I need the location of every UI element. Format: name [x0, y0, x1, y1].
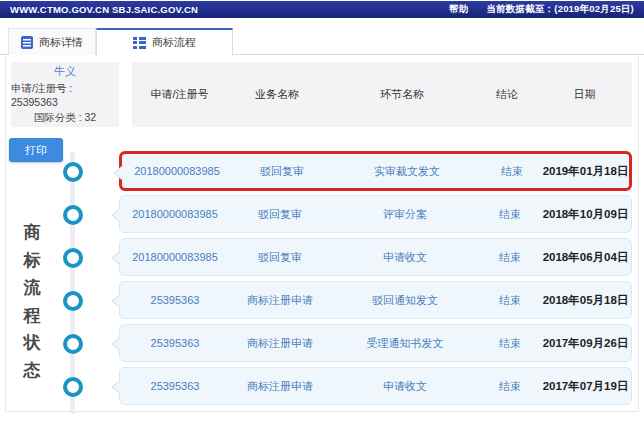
tab-bar: 商标详情 商标流程	[0, 28, 644, 55]
cell-date: 2017年09月26日	[540, 336, 631, 351]
timeline-row: 25395363 商标注册申请 受理通知书发文 结束 2017年09月26日	[6, 322, 640, 365]
cell-date: 2018年05月18日	[540, 293, 631, 308]
cell-registration-number: 25395363	[120, 337, 230, 349]
data-cutoff-label: 当前数据截至：(2019年02月25日)	[486, 3, 634, 16]
timeline-node-icon	[63, 205, 83, 225]
process-record-row[interactable]: 25395363 商标注册申请 申请收文 结束 2017年07月19日	[119, 367, 632, 405]
cell-step-name: 受理通知书发文	[330, 336, 480, 351]
cell-conclusion: 结束	[480, 293, 540, 308]
document-icon	[21, 36, 33, 49]
cell-step-name: 实审裁文发文	[332, 164, 482, 179]
cell-step-name: 评审分案	[330, 207, 480, 222]
timeline-rows: 20180000083985 驳回复审 实审裁文发文 结束 2019年01月18…	[6, 150, 640, 408]
applicant-name: 牛义	[54, 64, 76, 79]
column-header: 环节名称	[327, 87, 477, 102]
timeline-node-icon	[63, 377, 83, 397]
cell-business-name: 商标注册申请	[230, 379, 330, 394]
process-record-row[interactable]: 20180000083985 驳回复审 评审分案 结束 2018年10月09日	[119, 195, 632, 233]
cell-date: 2018年10月09日	[540, 207, 631, 222]
cell-registration-number: 20180000083985	[120, 251, 230, 263]
international-class-label: 国际分类 : 32	[34, 111, 96, 125]
page: WWW.CTMO.GOV.CN SBJ.SAIC.GOV.CN 帮助 当前数据截…	[0, 0, 644, 434]
timeline-node-icon	[63, 162, 83, 182]
tab-trademark-details[interactable]: 商标详情	[8, 28, 96, 55]
site-urls: WWW.CTMO.GOV.CN SBJ.SAIC.GOV.CN	[10, 4, 198, 15]
content-panel: 牛义 申请/注册号 : 25395363 国际分类 : 32 申请/注册号业务名…	[5, 56, 639, 412]
cell-business-name: 驳回复审	[232, 164, 332, 179]
column-header: 业务名称	[227, 87, 327, 102]
cell-step-name: 申请收文	[330, 250, 480, 265]
cell-registration-number: 20180000083985	[122, 165, 232, 177]
cell-date: 2018年06月04日	[540, 250, 631, 265]
table-header: 申请/注册号业务名称环节名称结论日期	[132, 62, 632, 127]
cell-registration-number: 20180000083985	[120, 208, 230, 220]
process-record-row[interactable]: 20180000083985 驳回复审 申请收文 结束 2018年06月04日	[119, 238, 632, 276]
cell-step-name: 申请收文	[330, 379, 480, 394]
timeline-row: 20180000083985 驳回复审 实审裁文发文 结束 2019年01月18…	[6, 150, 640, 193]
timeline-row: 20180000083985 驳回复审 申请收文 结束 2018年06月04日	[6, 236, 640, 279]
timeline-row: 25395363 商标注册申请 申请收文 结束 2017年07月19日	[6, 365, 640, 408]
timeline-node-icon	[63, 334, 83, 354]
cell-conclusion: 结束	[480, 379, 540, 394]
help-link[interactable]: 帮助	[449, 3, 468, 16]
top-bar: WWW.CTMO.GOV.CN SBJ.SAIC.GOV.CN 帮助 当前数据截…	[0, 1, 644, 18]
cell-step-name: 驳回通知发文	[330, 293, 480, 308]
cell-business-name: 驳回复审	[230, 250, 330, 265]
cell-conclusion: 结束	[480, 250, 540, 265]
column-header: 日期	[537, 87, 632, 102]
cell-date: 2019年01月18日	[542, 164, 629, 179]
column-header: 申请/注册号	[132, 87, 227, 102]
tab-label: 商标详情	[39, 35, 83, 50]
cell-registration-number: 25395363	[120, 294, 230, 306]
cell-conclusion: 结束	[480, 336, 540, 351]
cell-business-name: 商标注册申请	[230, 293, 330, 308]
process-record-row[interactable]: 20180000083985 驳回复审 实审裁文发文 结束 2019年01月18…	[119, 151, 632, 191]
cell-conclusion: 结束	[480, 207, 540, 222]
timeline-row: 25395363 商标注册申请 驳回通知发文 结束 2018年05月18日	[6, 279, 640, 322]
tab-label: 商标流程	[152, 35, 196, 50]
cell-business-name: 商标注册申请	[230, 336, 330, 351]
list-icon	[133, 37, 146, 49]
process-record-row[interactable]: 25395363 商标注册申请 受理通知书发文 结束 2017年09月26日	[119, 324, 632, 362]
cell-registration-number: 25395363	[120, 380, 230, 392]
timeline-node-icon	[63, 291, 83, 311]
applicant-info-box: 牛义 申请/注册号 : 25395363 国际分类 : 32	[11, 62, 119, 127]
registration-number-label: 申请/注册号 : 25395363	[11, 82, 119, 108]
cell-conclusion: 结束	[482, 164, 542, 179]
timeline-node-icon	[63, 248, 83, 268]
tab-trademark-flow[interactable]: 商标流程	[96, 28, 233, 56]
column-header: 结论	[477, 87, 537, 102]
cell-date: 2017年07月19日	[540, 379, 631, 394]
cell-business-name: 驳回复审	[230, 207, 330, 222]
timeline-row: 20180000083985 驳回复审 评审分案 结束 2018年10月09日	[6, 193, 640, 236]
process-record-row[interactable]: 25395363 商标注册申请 驳回通知发文 结束 2018年05月18日	[119, 281, 632, 319]
